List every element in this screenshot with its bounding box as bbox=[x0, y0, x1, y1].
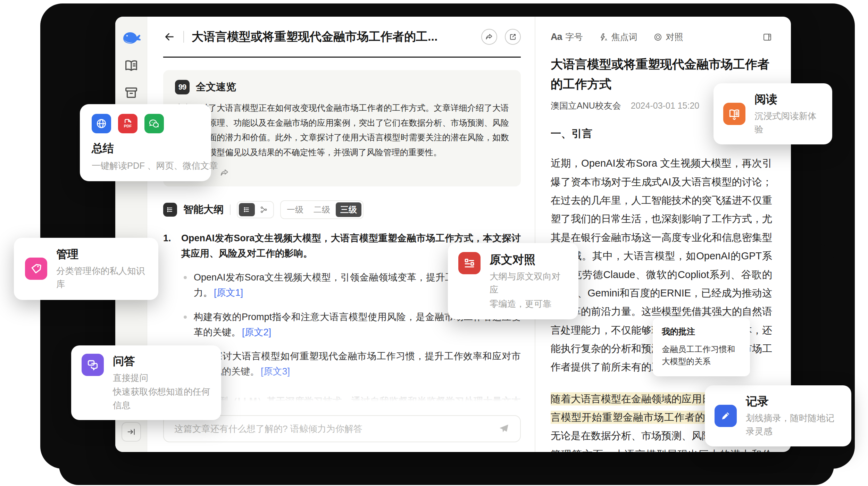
page: 大语言模型或将重塑现代金融市场工作者的工... 9 bbox=[0, 0, 868, 486]
font-size-label: 字号 bbox=[566, 31, 583, 43]
ask-input-bar bbox=[163, 415, 521, 442]
outline-item-title: 大语言模型（LLM）基于深度学习技术，通过自我监督和半监督学习处理大量文本数据，… bbox=[181, 394, 521, 410]
focus-bolt-icon: A bbox=[599, 33, 608, 42]
layout-toggle-button[interactable] bbox=[762, 32, 772, 42]
back-button[interactable] bbox=[163, 31, 176, 43]
source-name: 澳国立ANU校友会 bbox=[551, 101, 621, 110]
level-3-option[interactable]: 三级 bbox=[336, 202, 361, 217]
pencil-icon bbox=[715, 405, 737, 427]
compare-control[interactable]: 对照 bbox=[653, 31, 683, 43]
callout-subtitle: 沉浸式阅读新体验 bbox=[754, 109, 823, 136]
publish-time: 2024-03-01 15:20 bbox=[631, 101, 699, 110]
outline-sub-text: 本文探讨大语言模型如何重塑现代金融市场工作习惯，提升工作效率和应对市场变化的关键… bbox=[194, 351, 521, 377]
source-ref-link[interactable]: [原文1] bbox=[214, 287, 243, 298]
library-book-icon[interactable] bbox=[123, 58, 139, 74]
summary-text: 本文探讨了大语言模型正在如何改变现代金融市场工作者的工作方式。文章详细介绍了大语… bbox=[175, 101, 509, 160]
callout-read: 阅读 沉浸式阅读新体验 bbox=[713, 83, 832, 144]
share-button[interactable] bbox=[481, 29, 497, 45]
font-size-control[interactable]: Aa 字号 bbox=[551, 31, 583, 43]
callout-manage: 管理 分类管理你的私人知识库 bbox=[14, 238, 158, 300]
outline-item-number: 1. bbox=[163, 231, 177, 261]
list-view-button[interactable] bbox=[239, 203, 255, 216]
tag-icon bbox=[25, 258, 47, 280]
compare-source-icon bbox=[458, 252, 481, 274]
web-globe-icon bbox=[92, 114, 111, 133]
outline-view-switch bbox=[237, 201, 274, 218]
callout-title: 管理 bbox=[56, 247, 147, 262]
svg-text:PDF: PDF bbox=[124, 124, 132, 128]
callout-title: 总结 bbox=[92, 141, 199, 156]
chat-bubbles-icon bbox=[82, 354, 104, 376]
callout-line: 大纲与原文双向对应 bbox=[490, 270, 568, 296]
open-book-icon bbox=[723, 103, 745, 125]
level-1-option[interactable]: 一级 bbox=[282, 202, 308, 217]
callout-title: 原文对照 bbox=[490, 252, 568, 268]
outline-icon bbox=[163, 203, 177, 217]
font-size-icon: Aa bbox=[551, 32, 562, 42]
mindmap-view-button[interactable] bbox=[256, 203, 272, 216]
outline-level-switch: 一级 二级 三级 bbox=[280, 200, 364, 219]
share-small-icon[interactable] bbox=[219, 168, 230, 178]
callout-line: 直接提问 bbox=[113, 371, 211, 384]
outline-sub-item: 本文探讨大语言模型如何重塑现代金融市场工作习惯，提升工作效率和应对市场变化的关键… bbox=[181, 349, 521, 379]
level-2-option[interactable]: 二级 bbox=[309, 202, 335, 217]
callout-title: 问答 bbox=[113, 354, 211, 369]
callout-summarize: PDF 总结 一键解读PDF 、网页、微信文章 bbox=[80, 104, 211, 181]
svg-text:A: A bbox=[605, 37, 607, 41]
annotation-body: 金融员工工作习惯和大模型的关系 bbox=[662, 343, 741, 368]
archive-box-icon[interactable] bbox=[123, 85, 139, 101]
callout-line: 快速获取你想知道的任何信息 bbox=[113, 385, 211, 412]
summary-section-title: 全文速览 bbox=[196, 80, 236, 94]
annotation-tooltip: 我的批注 金融员工工作习惯和大模型的关系 bbox=[653, 318, 750, 376]
callout-subtitle: 分类管理你的私人知识库 bbox=[56, 264, 147, 291]
whale-logo-icon[interactable] bbox=[122, 31, 141, 44]
outline-section-title: 智能大纲 bbox=[183, 203, 224, 217]
callout-record: 记录 划线摘录，随时随地记录灵感 bbox=[705, 385, 851, 446]
pdf-file-icon: PDF bbox=[118, 114, 137, 133]
quote-icon: 99 bbox=[175, 80, 190, 94]
focus-words-label: 焦点词 bbox=[611, 31, 637, 43]
compare-circle-icon bbox=[653, 33, 662, 42]
ask-input[interactable] bbox=[174, 424, 498, 434]
open-external-button[interactable] bbox=[505, 29, 521, 45]
compare-label: 对照 bbox=[666, 31, 683, 43]
article-header: 大语言模型或将重塑现代金融市场工作者的工... bbox=[163, 17, 521, 58]
reader-toolbar: Aa 字号 A 焦点词 bbox=[551, 31, 772, 43]
wechat-icon bbox=[144, 114, 164, 133]
callout-subtitle: 划线摘录，随时随地记录灵感 bbox=[746, 411, 842, 438]
outline-head-divider bbox=[230, 204, 231, 215]
callout-title: 阅读 bbox=[754, 92, 823, 107]
callout-qa: 问答 直接提问 快速获取你想知道的任何信息 bbox=[71, 345, 221, 420]
header-divider bbox=[183, 31, 184, 43]
annotation-title: 我的批注 bbox=[662, 326, 741, 337]
source-ref-link[interactable]: [原文2] bbox=[242, 327, 271, 337]
article-title: 大语言模型或将重塑现代金融市场工作者的工... bbox=[192, 29, 474, 45]
focus-words-control[interactable]: A 焦点词 bbox=[599, 31, 637, 43]
callout-subtitle: 一键解读PDF 、网页、微信文章 bbox=[92, 159, 199, 172]
send-icon[interactable] bbox=[498, 423, 510, 435]
callout-title: 记录 bbox=[746, 394, 842, 409]
source-ref-link[interactable]: [原文3] bbox=[261, 366, 290, 377]
callout-compare: 原文对照 大纲与原文双向对应 零编造，更可靠 bbox=[448, 243, 578, 319]
callout-line: 零编造，更可靠 bbox=[490, 297, 568, 310]
collapse-sidebar-button[interactable] bbox=[122, 422, 141, 442]
